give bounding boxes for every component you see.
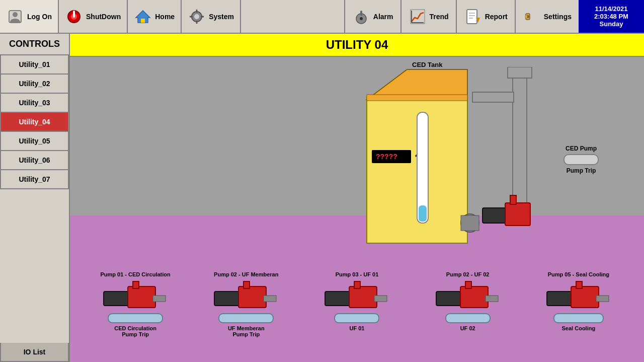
ced-pump-label: CED Pump <box>564 145 599 152</box>
system-label: System <box>209 13 234 21</box>
diagram-area: CED Tank ????? *C <box>70 57 644 362</box>
svg-rect-21 <box>513 67 527 213</box>
pump-05-status[interactable] <box>553 313 604 323</box>
system-icon <box>188 8 206 26</box>
pump-01-status[interactable] <box>108 313 163 323</box>
pump-03-status[interactable] <box>334 313 379 323</box>
trend-icon <box>409 8 427 26</box>
svg-rect-46 <box>349 286 377 308</box>
svg-rect-42 <box>238 286 266 308</box>
svg-rect-6 <box>141 19 145 23</box>
svg-rect-39 <box>133 281 139 288</box>
system-button[interactable]: System <box>182 0 241 33</box>
svg-rect-10 <box>360 11 362 16</box>
shutdown-label: ShutDown <box>86 13 121 21</box>
pump-05-item: Pump 05 - Seal Cooling Seal Cooling <box>531 271 626 331</box>
svg-rect-50 <box>460 286 488 308</box>
shutdown-icon <box>65 8 83 26</box>
svg-rect-37 <box>104 292 130 306</box>
pump-01-label: Pump 01 - CED Circulation <box>100 271 170 277</box>
svg-rect-52 <box>486 296 498 302</box>
svg-rect-4 <box>73 11 75 18</box>
pump-02-item: Pump 02 - UF Memberan UF MemberanPump Tr… <box>198 271 294 337</box>
svg-rect-51 <box>465 281 471 288</box>
sidebar-item-utility04[interactable]: Utility_04 <box>0 113 69 132</box>
svg-rect-47 <box>354 281 360 288</box>
svg-rect-43 <box>244 281 250 288</box>
svg-rect-38 <box>128 286 155 308</box>
ced-pump-area: CED Pump Pump Trip <box>564 145 599 174</box>
pump-04-graphic <box>435 280 501 313</box>
svg-rect-31 <box>419 205 427 222</box>
report-button[interactable]: Report <box>456 0 515 33</box>
svg-rect-33 <box>461 215 479 231</box>
sidebar-item-utility05[interactable]: Utility_05 <box>0 132 69 151</box>
settings-label: Settings <box>544 13 572 21</box>
time-display: 2:03:48 PM <box>594 13 628 20</box>
home-icon <box>134 8 152 26</box>
logon-label: Log On <box>27 13 52 21</box>
pump-05-label: Pump 05 - Seal Cooling <box>548 271 609 277</box>
ced-pump-button[interactable] <box>564 154 599 165</box>
svg-point-1 <box>13 12 18 17</box>
pumps-row: Pump 01 - CED Circulation CED Circulatio… <box>70 266 644 362</box>
pump-trip-label: Pump Trip <box>564 167 599 174</box>
sidebar-header: CONTROLS <box>0 34 69 55</box>
pump-02-label: Pump 02 - UF Memberan <box>214 271 278 277</box>
svg-rect-34 <box>482 208 508 223</box>
trend-label: Trend <box>430 13 449 21</box>
svg-rect-23 <box>472 92 514 102</box>
logon-icon <box>6 8 24 26</box>
pump-05-graphic <box>546 280 611 313</box>
trend-button[interactable]: Trend <box>400 0 456 33</box>
sidebar-item-utility02[interactable]: Utility_02 <box>0 75 69 94</box>
pump-03-status-label: UF 01 <box>349 325 364 331</box>
date-display: 11/14/2021 <box>595 5 627 13</box>
home-button[interactable]: Home <box>128 0 182 33</box>
pump-03-graphic <box>324 280 389 313</box>
svg-rect-40 <box>153 296 166 302</box>
logon-button[interactable]: Log On <box>0 0 59 33</box>
svg-rect-54 <box>571 286 599 308</box>
svg-rect-45 <box>325 292 351 306</box>
svg-rect-48 <box>374 296 387 302</box>
svg-rect-20 <box>525 16 527 18</box>
pump-01-graphic <box>103 280 168 313</box>
datetime-display: 11/14/2021 2:03:48 PM Sunday <box>579 0 644 33</box>
pump-04-status[interactable] <box>445 313 491 323</box>
svg-rect-22 <box>508 67 532 78</box>
sidebar-item-iolist[interactable]: IO List <box>0 343 69 362</box>
shutdown-button[interactable]: ShutDown <box>59 0 128 33</box>
pump-03-label: Pump 03 - UF 01 <box>336 271 379 277</box>
pump-04-label: Pump 02 - UF 02 <box>446 271 490 277</box>
pump-02-status-label: UF MemberanPump Trip <box>228 325 265 337</box>
pump-01-item: Pump 01 - CED Circulation CED Circulatio… <box>88 271 183 337</box>
svg-point-8 <box>194 14 199 19</box>
settings-icon <box>523 8 541 26</box>
report-label: Report <box>485 13 508 21</box>
svg-text:?????: ????? <box>376 153 397 161</box>
svg-rect-55 <box>576 281 582 288</box>
alarm-label: Alarm <box>373 13 393 21</box>
svg-rect-13 <box>467 10 477 24</box>
page-title: UTILITY 04 <box>70 34 644 57</box>
svg-rect-53 <box>547 292 573 306</box>
sidebar-item-utility01[interactable]: Utility_01 <box>0 55 69 75</box>
tank-svg: ????? *C <box>316 67 568 258</box>
pump-02-graphic <box>213 280 279 313</box>
alarm-button[interactable]: Alarm <box>344 0 400 33</box>
sidebar-item-utility03[interactable]: Utility_03 <box>0 94 69 113</box>
sidebar-item-utility07[interactable]: Utility_07 <box>0 170 69 189</box>
pump-03-item: Pump 03 - UF 01 UF 01 <box>309 271 405 331</box>
sidebar-item-utility06[interactable]: Utility_06 <box>0 151 69 170</box>
report-icon <box>464 8 482 26</box>
svg-rect-12 <box>411 10 425 24</box>
pump-01-status-label: CED CirculationPump Trip <box>114 325 156 337</box>
svg-rect-26 <box>367 95 467 101</box>
pump-05-status-label: Seal Cooling <box>562 325 596 331</box>
home-label: Home <box>155 13 175 21</box>
settings-button[interactable]: Settings <box>515 0 579 33</box>
svg-rect-56 <box>596 296 609 302</box>
pump-02-status[interactable] <box>218 313 274 323</box>
svg-rect-44 <box>264 296 276 302</box>
